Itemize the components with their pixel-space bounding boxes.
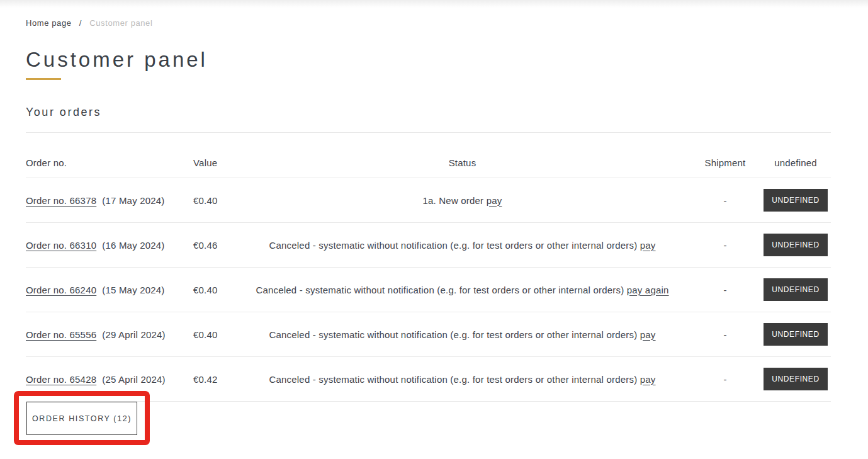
table-row: Order no. 66378(17 May 2024) €0.40 1a. N…	[26, 178, 831, 223]
order-cell: Order no. 66378(17 May 2024)	[26, 195, 193, 206]
title-accent-underline	[26, 78, 61, 80]
order-number-link[interactable]: Order no. 65556	[26, 329, 96, 340]
status-text: Canceled - systematic without notificati…	[269, 329, 637, 340]
status-text: 1a. New order	[423, 195, 484, 206]
breadcrumb-current: Customer panel	[89, 18, 152, 28]
header-value: Value	[193, 157, 235, 168]
pay-link[interactable]: pay	[487, 195, 502, 206]
undefined-status-button[interactable]: UNDEFINED	[764, 368, 827, 390]
action-cell: UNDEFINED	[760, 368, 831, 390]
top-shadow	[0, 0, 868, 8]
order-number-link[interactable]: Order no. 65428	[26, 374, 96, 385]
status-cell: 1a. New order pay	[235, 195, 690, 206]
page-title: Customer panel	[26, 48, 208, 72]
order-cell: Order no. 65428(25 April 2024)	[26, 374, 193, 385]
order-date: (16 May 2024)	[102, 240, 164, 251]
action-cell: UNDEFINED	[760, 189, 831, 212]
table-header-row: Order no. Value Status Shipment undefine…	[26, 132, 831, 178]
action-cell: UNDEFINED	[760, 234, 831, 256]
pay-link[interactable]: pay	[640, 329, 656, 340]
section-heading-your-orders: Your orders	[26, 106, 101, 119]
order-cell: Order no. 66310(16 May 2024)	[26, 240, 193, 251]
shipment-value: -	[690, 285, 760, 295]
undefined-status-button[interactable]: UNDEFINED	[764, 278, 827, 301]
status-cell: Canceled - systematic without notificati…	[235, 240, 690, 251]
undefined-status-button[interactable]: UNDEFINED	[764, 323, 827, 346]
order-date: (29 April 2024)	[102, 329, 166, 340]
action-cell: UNDEFINED	[760, 278, 831, 301]
header-order-no: Order no.	[26, 157, 193, 168]
table-row: Order no. 66240(15 May 2024) €0.40 Cance…	[26, 268, 831, 312]
order-number-link[interactable]: Order no. 66378	[26, 195, 96, 206]
breadcrumb: Home page / Customer panel	[26, 18, 152, 28]
undefined-status-button[interactable]: UNDEFINED	[764, 189, 827, 212]
breadcrumb-home-link[interactable]: Home page	[26, 18, 72, 28]
pay-link[interactable]: pay again	[627, 285, 669, 295]
shipment-value: -	[690, 195, 760, 206]
order-value: €0.46	[193, 240, 235, 251]
header-undefined: undefined	[760, 157, 831, 168]
undefined-status-button[interactable]: UNDEFINED	[764, 234, 827, 256]
table-row: Order no. 65428(25 April 2024) €0.42 Can…	[26, 357, 831, 402]
order-date: (17 May 2024)	[102, 195, 164, 206]
order-date: (15 May 2024)	[102, 285, 164, 295]
shipment-value: -	[690, 329, 760, 340]
order-value: €0.40	[193, 285, 235, 295]
order-cell: Order no. 66240(15 May 2024)	[26, 285, 193, 295]
status-cell: Canceled - systematic without notificati…	[235, 374, 690, 385]
order-value: €0.40	[193, 329, 235, 340]
order-value: €0.40	[193, 195, 235, 206]
action-cell: UNDEFINED	[760, 323, 831, 346]
status-cell: Canceled - systematic without notificati…	[235, 329, 690, 340]
orders-table: Order no. Value Status Shipment undefine…	[26, 132, 831, 402]
order-history-button[interactable]: ORDER HISTORY (12)	[26, 402, 137, 435]
header-status: Status	[235, 157, 690, 168]
status-text: Canceled - systematic without notificati…	[256, 285, 624, 295]
pay-link[interactable]: pay	[640, 240, 656, 251]
order-number-link[interactable]: Order no. 66240	[26, 285, 96, 295]
table-row: Order no. 65556(29 April 2024) €0.40 Can…	[26, 312, 831, 357]
order-cell: Order no. 65556(29 April 2024)	[26, 329, 193, 340]
order-number-link[interactable]: Order no. 66310	[26, 240, 96, 251]
status-text: Canceled - systematic without notificati…	[269, 240, 637, 251]
table-row: Order no. 66310(16 May 2024) €0.46 Cance…	[26, 223, 831, 268]
pay-link[interactable]: pay	[640, 374, 656, 385]
order-date: (25 April 2024)	[102, 374, 166, 385]
status-text: Canceled - systematic without notificati…	[269, 374, 637, 385]
shipment-value: -	[690, 374, 760, 385]
header-shipment: Shipment	[690, 157, 760, 168]
order-value: €0.42	[193, 374, 235, 385]
breadcrumb-separator: /	[79, 18, 82, 28]
status-cell: Canceled - systematic without notificati…	[235, 285, 690, 295]
shipment-value: -	[690, 240, 760, 251]
